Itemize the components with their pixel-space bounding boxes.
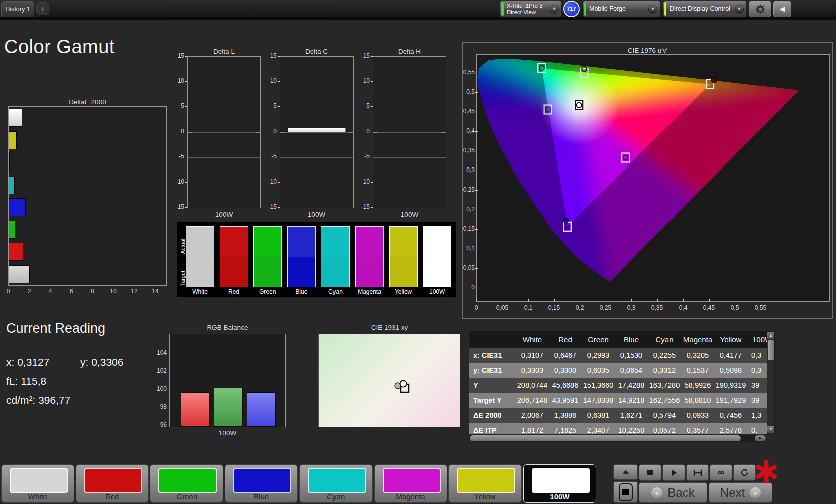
rgb-bar-red [181, 392, 210, 427]
pattern-label: Green [150, 492, 223, 501]
pattern-window-icon [619, 483, 633, 501]
y-tick: 0,55 [461, 69, 475, 76]
step-range-button[interactable] [686, 464, 709, 481]
pattern-button-100w[interactable]: 100W [523, 464, 596, 503]
y-tick: -5 [354, 153, 370, 160]
actual-swatch-blue [287, 226, 316, 257]
table-row-label: Target Y [469, 393, 516, 408]
tick-mark [554, 299, 555, 301]
table-cell: 1,3886 [549, 408, 582, 423]
actual-target-strip: ActualTargetWhiteRedGreenBlueCyanMagenta… [177, 222, 456, 297]
table-header-cell: Magenta [681, 331, 714, 348]
pattern-swatch [383, 468, 441, 493]
tick-mark [371, 182, 373, 183]
pattern-button-magenta[interactable]: Magenta [374, 464, 447, 503]
delta-chart-l [187, 56, 261, 208]
table-vertical-scrollbar[interactable]: ▲ ▼ [767, 331, 775, 433]
stop-button[interactable] [639, 464, 661, 481]
table-cell: 191,7929 [714, 393, 747, 408]
scroll-up-icon[interactable]: ▲ [767, 332, 774, 339]
measurement-count-badge: 717 [563, 1, 580, 17]
continuous-button[interactable]: ∞ [710, 464, 732, 481]
chevron-right-icon: » [750, 487, 761, 498]
tab-history-1[interactable]: History 1 [1, 1, 34, 17]
deltae-bar-green [9, 221, 15, 239]
table-cell: 0,1537 [681, 363, 714, 378]
meter-dropdown[interactable]: X-Rite i1Pro 3 Direct View ▼ [500, 1, 562, 17]
pattern-swatch [158, 468, 217, 493]
x-tick: 0,5 [725, 304, 745, 311]
chevron-down-icon[interactable]: ▼ [550, 5, 559, 14]
source-dropdown[interactable]: Mobile Forge ▼ [583, 1, 660, 17]
back-button[interactable]: « Back [639, 482, 707, 503]
target-swatch-cyan [321, 257, 350, 287]
y-tick: -10 [354, 178, 370, 185]
collapse-up-button[interactable] [613, 464, 638, 480]
tick-mark [278, 207, 280, 208]
table-cell: 0,3107 [516, 348, 549, 363]
pattern-window-button[interactable] [613, 481, 638, 503]
x-tick: 0,1 [518, 304, 538, 311]
settings-button[interactable] [749, 1, 771, 17]
tick-mark [278, 182, 280, 183]
deltae-bar-red [9, 243, 23, 261]
gridline [170, 372, 285, 372]
source-status-stripe [584, 2, 586, 16]
cie1976-title: CIE 1976 u'v' [463, 47, 832, 54]
pattern-button-blue[interactable]: Blue [225, 464, 298, 503]
pattern-button-white[interactable]: White [1, 464, 74, 503]
table-cell: 208,0744 [516, 378, 549, 393]
add-tab-button[interactable]: + [36, 2, 49, 15]
table-header-cell: Red [549, 331, 582, 348]
table-cell: 0,6035 [582, 363, 615, 378]
pattern-button-cyan[interactable]: Cyan [299, 464, 373, 503]
chevron-down-icon[interactable]: ▼ [648, 5, 657, 14]
table-header-cell: Blue [615, 331, 648, 348]
measuring-indicator[interactable] [755, 459, 777, 486]
chevron-left-icon: « [651, 487, 662, 498]
gridline [156, 107, 156, 285]
loop-button[interactable] [733, 464, 756, 481]
y-tick: 0,3 [461, 166, 475, 174]
table-header-cell: Green [582, 331, 615, 348]
actual-swatch-red [220, 226, 248, 257]
scroll-thumb[interactable] [768, 340, 774, 360]
pattern-button-green[interactable]: Green [150, 464, 223, 503]
tick-mark [476, 299, 477, 301]
top-divider [0, 17, 836, 20]
gridline [280, 157, 353, 158]
table-cell: 58,9926 [681, 378, 714, 393]
pattern-button-yellow[interactable]: Yellow [448, 464, 522, 503]
y-tick: 0,45 [461, 108, 475, 115]
table-cell: 17,4288 [615, 378, 648, 393]
cie1931-chart [318, 334, 460, 427]
red-asterisk-icon [755, 459, 777, 484]
collapse-panel-button[interactable]: ◀ [773, 1, 791, 17]
actual-swatch-100w [423, 226, 451, 257]
tick-mark [475, 268, 478, 269]
chevron-down-icon[interactable]: ▼ [735, 5, 744, 14]
tick-mark [475, 249, 478, 249]
tick-mark [580, 299, 580, 301]
play-button[interactable] [662, 464, 685, 481]
table-cell: 0,7456 [714, 408, 747, 423]
swatch-label: Yellow [386, 288, 421, 295]
table-cell: 206,7148 [516, 393, 549, 408]
display-control-dropdown[interactable]: Direct Display Control ▼ [663, 1, 747, 17]
y-tick: 5 [261, 102, 277, 109]
swatch-label: Green [250, 288, 285, 295]
pattern-button-red[interactable]: Red [76, 464, 149, 503]
scroll-down-icon[interactable]: ▼ [767, 426, 774, 433]
x-tick: 0,45 [699, 304, 719, 311]
scroll-thumb[interactable] [470, 435, 741, 441]
table-cell: 0,6381 [582, 408, 615, 423]
gridline [188, 183, 260, 183]
back-label: Back [667, 486, 694, 500]
x-tick: 10 [108, 288, 119, 295]
table-horizontal-scrollbar[interactable]: ▶ [469, 435, 767, 442]
swatch-label: Red [217, 288, 251, 295]
reading-fl-value: 115,8 [21, 375, 46, 387]
scroll-right-icon[interactable]: ▶ [755, 435, 766, 441]
table-cell: 2,0067 [516, 408, 549, 423]
tick-mark [278, 81, 280, 82]
